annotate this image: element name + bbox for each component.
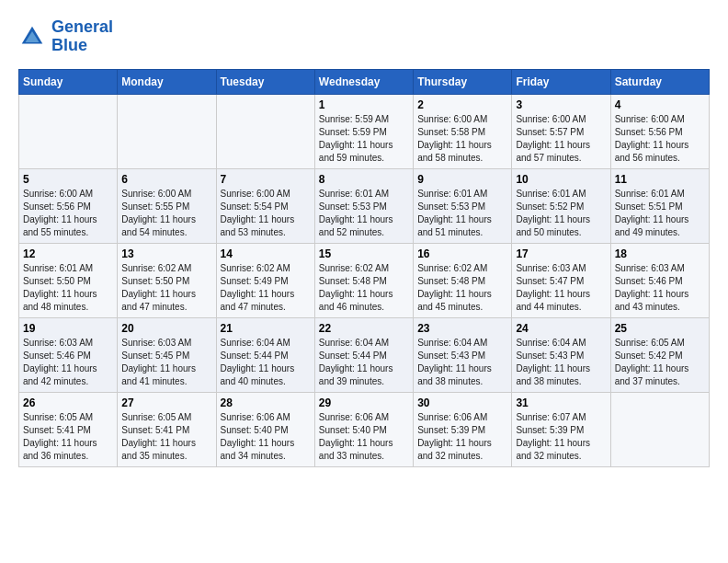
day-info: Sunrise: 6:03 AM Sunset: 5:46 PM Dayligh… [615,262,705,314]
calendar-cell: 13Sunrise: 6:02 AM Sunset: 5:50 PM Dayli… [118,243,216,317]
day-number: 22 [319,322,409,335]
day-number: 8 [319,173,409,186]
day-info: Sunrise: 6:05 AM Sunset: 5:42 PM Dayligh… [615,337,705,388]
day-number: 12 [23,247,113,260]
logo-text: General Blue [51,18,113,55]
day-info: Sunrise: 6:02 AM Sunset: 5:49 PM Dayligh… [221,262,311,314]
day-info: Sunrise: 6:05 AM Sunset: 5:41 PM Dayligh… [121,411,211,463]
day-number: 26 [23,396,113,409]
calendar-cell: 22Sunrise: 6:04 AM Sunset: 5:44 PM Dayli… [314,317,413,392]
calendar-cell: 26Sunrise: 6:05 AM Sunset: 5:41 PM Dayli… [19,392,118,466]
day-info: Sunrise: 6:07 AM Sunset: 5:39 PM Dayligh… [516,411,606,463]
calendar-cell: 2Sunrise: 6:00 AM Sunset: 5:58 PM Daylig… [414,94,512,168]
day-info: Sunrise: 6:06 AM Sunset: 5:40 PM Dayligh… [221,411,311,463]
calendar-cell: 16Sunrise: 6:02 AM Sunset: 5:48 PM Dayli… [414,243,512,317]
day-number: 1 [319,98,409,111]
weekday-header-saturday: Saturday [610,69,709,94]
day-number: 14 [221,247,311,260]
day-info: Sunrise: 6:01 AM Sunset: 5:52 PM Dayligh… [516,188,606,239]
calendar-week-row: 19Sunrise: 6:03 AM Sunset: 5:46 PM Dayli… [19,317,710,392]
calendar-cell: 15Sunrise: 6:02 AM Sunset: 5:48 PM Dayli… [314,243,413,317]
day-number: 19 [23,322,113,335]
logo-icon [18,23,46,51]
day-number: 24 [516,322,606,335]
calendar-cell: 7Sunrise: 6:00 AM Sunset: 5:54 PM Daylig… [216,168,314,243]
calendar-week-row: 26Sunrise: 6:05 AM Sunset: 5:41 PM Dayli… [19,392,710,466]
calendar-table: SundayMondayTuesdayWednesdayThursdayFrid… [18,69,710,467]
day-number: 27 [121,396,211,409]
weekday-header-friday: Friday [512,69,610,94]
day-number: 10 [516,173,606,186]
weekday-header-thursday: Thursday [414,69,512,94]
calendar-cell [19,94,118,168]
calendar-cell: 9Sunrise: 6:01 AM Sunset: 5:53 PM Daylig… [414,168,512,243]
weekday-header-row: SundayMondayTuesdayWednesdayThursdayFrid… [19,69,710,94]
calendar-cell: 23Sunrise: 6:04 AM Sunset: 5:43 PM Dayli… [414,317,512,392]
day-info: Sunrise: 6:00 AM Sunset: 5:57 PM Dayligh… [516,113,606,165]
day-info: Sunrise: 6:00 AM Sunset: 5:55 PM Dayligh… [121,188,211,239]
calendar-cell: 31Sunrise: 6:07 AM Sunset: 5:39 PM Dayli… [512,392,610,466]
day-info: Sunrise: 6:00 AM Sunset: 5:56 PM Dayligh… [615,113,705,165]
day-info: Sunrise: 6:05 AM Sunset: 5:41 PM Dayligh… [23,411,113,463]
calendar-cell: 12Sunrise: 6:01 AM Sunset: 5:50 PM Dayli… [19,243,118,317]
calendar-cell: 8Sunrise: 6:01 AM Sunset: 5:53 PM Daylig… [314,168,413,243]
weekday-header-sunday: Sunday [19,69,118,94]
calendar-cell: 25Sunrise: 6:05 AM Sunset: 5:42 PM Dayli… [610,317,709,392]
logo: General Blue [18,18,113,55]
day-info: Sunrise: 6:00 AM Sunset: 5:56 PM Dayligh… [23,188,113,239]
calendar-cell: 19Sunrise: 6:03 AM Sunset: 5:46 PM Dayli… [19,317,118,392]
weekday-header-tuesday: Tuesday [216,69,314,94]
day-number: 2 [417,98,507,111]
day-info: Sunrise: 6:06 AM Sunset: 5:39 PM Dayligh… [417,411,507,463]
calendar-cell: 30Sunrise: 6:06 AM Sunset: 5:39 PM Dayli… [414,392,512,466]
day-info: Sunrise: 6:03 AM Sunset: 5:45 PM Dayligh… [121,337,211,388]
calendar-cell: 6Sunrise: 6:00 AM Sunset: 5:55 PM Daylig… [118,168,216,243]
day-info: Sunrise: 6:00 AM Sunset: 5:58 PM Dayligh… [417,113,507,165]
calendar-week-row: 12Sunrise: 6:01 AM Sunset: 5:50 PM Dayli… [19,243,710,317]
day-info: Sunrise: 5:59 AM Sunset: 5:59 PM Dayligh… [319,113,409,165]
day-info: Sunrise: 6:03 AM Sunset: 5:47 PM Dayligh… [516,262,606,314]
day-info: Sunrise: 6:02 AM Sunset: 5:48 PM Dayligh… [417,262,507,314]
day-number: 18 [615,247,705,260]
calendar-week-row: 1Sunrise: 5:59 AM Sunset: 5:59 PM Daylig… [19,94,710,168]
weekday-header-monday: Monday [118,69,216,94]
day-number: 28 [221,396,311,409]
day-number: 13 [121,247,211,260]
day-info: Sunrise: 6:02 AM Sunset: 5:50 PM Dayligh… [121,262,211,314]
calendar-cell: 20Sunrise: 6:03 AM Sunset: 5:45 PM Dayli… [118,317,216,392]
day-info: Sunrise: 6:03 AM Sunset: 5:46 PM Dayligh… [23,337,113,388]
day-number: 3 [516,98,606,111]
day-info: Sunrise: 6:00 AM Sunset: 5:54 PM Dayligh… [221,188,311,239]
day-number: 5 [23,173,113,186]
day-info: Sunrise: 6:04 AM Sunset: 5:43 PM Dayligh… [516,337,606,388]
calendar-cell: 27Sunrise: 6:05 AM Sunset: 5:41 PM Dayli… [118,392,216,466]
day-number: 9 [417,173,507,186]
calendar-cell [118,94,216,168]
calendar-cell: 17Sunrise: 6:03 AM Sunset: 5:47 PM Dayli… [512,243,610,317]
calendar-cell: 11Sunrise: 6:01 AM Sunset: 5:51 PM Dayli… [610,168,709,243]
calendar-cell: 14Sunrise: 6:02 AM Sunset: 5:49 PM Dayli… [216,243,314,317]
calendar-cell [216,94,314,168]
day-number: 29 [319,396,409,409]
day-info: Sunrise: 6:06 AM Sunset: 5:40 PM Dayligh… [319,411,409,463]
day-number: 17 [516,247,606,260]
weekday-header-wednesday: Wednesday [314,69,413,94]
calendar-cell: 3Sunrise: 6:00 AM Sunset: 5:57 PM Daylig… [512,94,610,168]
day-info: Sunrise: 6:04 AM Sunset: 5:44 PM Dayligh… [221,337,311,388]
day-info: Sunrise: 6:04 AM Sunset: 5:43 PM Dayligh… [417,337,507,388]
day-info: Sunrise: 6:02 AM Sunset: 5:48 PM Dayligh… [319,262,409,314]
day-info: Sunrise: 6:01 AM Sunset: 5:53 PM Dayligh… [417,188,507,239]
page-header: General Blue [18,18,710,55]
day-number: 7 [221,173,311,186]
calendar-cell: 1Sunrise: 5:59 AM Sunset: 5:59 PM Daylig… [314,94,413,168]
calendar-cell: 5Sunrise: 6:00 AM Sunset: 5:56 PM Daylig… [19,168,118,243]
day-info: Sunrise: 6:01 AM Sunset: 5:53 PM Dayligh… [319,188,409,239]
day-number: 30 [417,396,507,409]
day-number: 25 [615,322,705,335]
day-info: Sunrise: 6:01 AM Sunset: 5:51 PM Dayligh… [615,188,705,239]
day-number: 6 [121,173,211,186]
calendar-cell: 18Sunrise: 6:03 AM Sunset: 5:46 PM Dayli… [610,243,709,317]
day-number: 21 [221,322,311,335]
calendar-cell: 4Sunrise: 6:00 AM Sunset: 5:56 PM Daylig… [610,94,709,168]
day-number: 11 [615,173,705,186]
